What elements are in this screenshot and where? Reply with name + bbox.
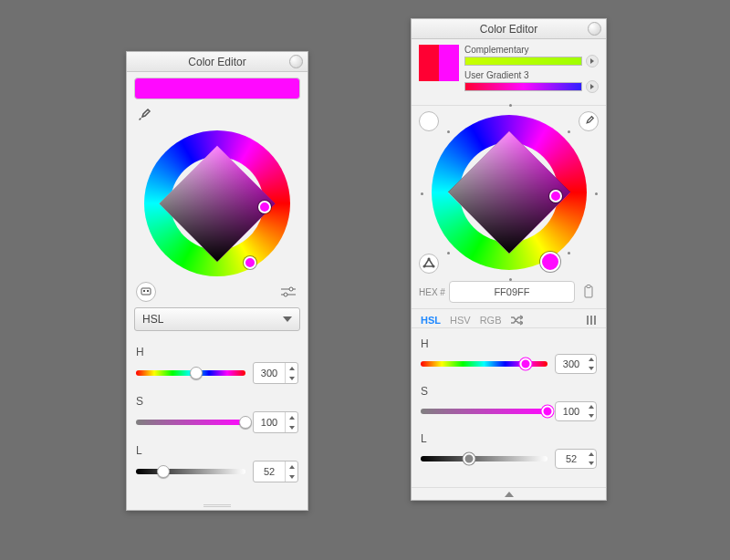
svg-rect-13	[590, 316, 592, 325]
gradient-user[interactable]	[464, 82, 582, 91]
tab-hsl[interactable]: HSL	[421, 315, 441, 326]
tab-rgb[interactable]: RGB	[480, 315, 502, 326]
stepper-down[interactable]	[587, 364, 596, 373]
svg-rect-1	[143, 290, 145, 292]
hue-thumb[interactable]	[244, 256, 256, 269]
h-label: H	[421, 337, 597, 350]
chevron-down-icon	[283, 316, 292, 322]
stepper-up[interactable]	[286, 412, 297, 422]
s-label: S	[421, 385, 597, 398]
chevron-right-icon[interactable]	[586, 55, 599, 67]
sliders-icon[interactable]	[278, 282, 298, 302]
l-label: L	[421, 432, 597, 445]
stepper-up[interactable]	[286, 461, 297, 472]
hex-input[interactable]: FF09FF	[449, 281, 575, 303]
bars-icon[interactable]	[586, 315, 597, 326]
color-wheel[interactable]	[144, 130, 290, 276]
light-input[interactable]: 52	[253, 461, 298, 482]
hue-input[interactable]: 300	[253, 362, 298, 384]
hue-slider[interactable]	[421, 361, 548, 367]
light-slider[interactable]	[421, 456, 548, 461]
stepper-down[interactable]	[587, 459, 596, 468]
sat-knob[interactable]	[542, 406, 554, 418]
titlebar[interactable]: Color Editor	[127, 52, 308, 72]
stepper-up[interactable]	[587, 450, 596, 459]
dropdown-value: HSL	[142, 313, 163, 326]
tab-hsv[interactable]: HSV	[450, 315, 471, 326]
resize-handle[interactable]	[127, 501, 308, 510]
clipboard-icon[interactable]	[579, 282, 599, 302]
collapse-icon[interactable]	[289, 55, 303, 68]
sv-thumb[interactable]	[549, 190, 562, 202]
svg-point-8	[433, 265, 435, 268]
svg-point-6	[284, 293, 287, 296]
panel-title: Color Editor	[480, 23, 537, 36]
current-color-swatch[interactable]	[134, 78, 300, 99]
light-knob[interactable]	[463, 453, 474, 465]
svg-rect-2	[147, 290, 149, 292]
harmony-icon[interactable]	[419, 254, 439, 274]
stepper-down[interactable]	[587, 411, 596, 420]
gradient-label-2: User Gradient 3	[464, 70, 599, 80]
hue-knob[interactable]	[190, 367, 203, 379]
sat-input[interactable]: 100	[253, 411, 298, 433]
collapse-icon[interactable]	[588, 22, 601, 36]
hue-input[interactable]: 300	[555, 354, 597, 374]
eyedropper-icon[interactable]	[134, 105, 154, 125]
shuffle-icon[interactable]	[510, 315, 523, 326]
svg-point-9	[423, 265, 426, 268]
panel-title: Color Editor	[188, 56, 245, 68]
svg-point-4	[289, 287, 293, 291]
gradient-complementary[interactable]	[464, 57, 582, 66]
color-editor-panel-right: Color Editor Complementary User Gradient…	[411, 18, 607, 501]
stepper-up[interactable]	[587, 402, 596, 411]
color-compare-swatch[interactable]	[419, 45, 459, 81]
svg-rect-12	[587, 316, 589, 325]
stepper-down[interactable]	[286, 472, 297, 482]
gradient-label-1: Complementary	[464, 45, 599, 55]
color-editor-panel-left: Color Editor HSL	[126, 51, 308, 511]
sat-knob[interactable]	[239, 416, 252, 429]
stepper-up[interactable]	[587, 355, 596, 364]
light-slider[interactable]	[136, 469, 245, 474]
svg-rect-14	[594, 316, 596, 325]
hue-thumb[interactable]	[540, 252, 560, 272]
light-input[interactable]: 52	[555, 449, 597, 469]
sat-slider[interactable]	[421, 409, 548, 414]
chevron-right-icon[interactable]	[586, 80, 599, 93]
h-label: H	[136, 346, 298, 358]
light-knob[interactable]	[157, 465, 170, 478]
sv-thumb[interactable]	[258, 201, 271, 213]
palette-icon[interactable]	[136, 282, 156, 302]
titlebar[interactable]: Color Editor	[412, 19, 606, 39]
svg-rect-11	[587, 285, 590, 288]
color-wheel[interactable]	[432, 115, 587, 270]
hue-slider[interactable]	[136, 370, 245, 376]
s-label: S	[136, 395, 298, 408]
svg-rect-0	[141, 288, 151, 295]
expand-handle[interactable]	[412, 487, 606, 500]
color-model-dropdown[interactable]: HSL	[134, 307, 300, 331]
sat-input[interactable]: 100	[555, 401, 597, 421]
sat-slider[interactable]	[136, 420, 245, 425]
stepper-down[interactable]	[286, 422, 297, 432]
svg-point-7	[428, 258, 431, 261]
hue-knob[interactable]	[520, 358, 532, 370]
stepper-up[interactable]	[286, 363, 297, 373]
stepper-down[interactable]	[286, 373, 297, 383]
hex-label: HEX #	[419, 287, 445, 297]
l-label: L	[136, 444, 298, 457]
